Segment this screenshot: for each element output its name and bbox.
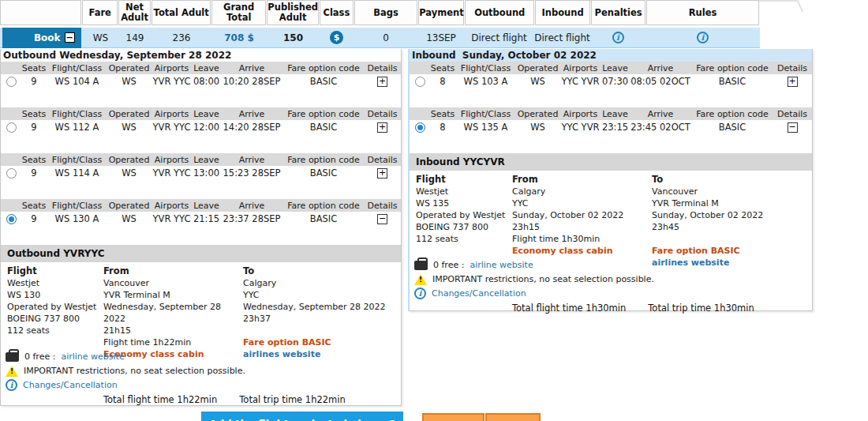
changes-row: i Changes/Cancellation xyxy=(1,378,401,393)
outbound-panel-title: Outbound Wednesday, September 28 2022 xyxy=(1,49,401,62)
airlines-website-link[interactable]: airlines website xyxy=(243,349,320,359)
collapse-row-icon[interactable]: − xyxy=(65,32,75,43)
operated-by: Operated by Westjet xyxy=(7,301,103,313)
col-flight-class: Flight/Class xyxy=(455,109,516,119)
rules-info-icon[interactable]: i xyxy=(697,32,709,43)
col-leave: Leave xyxy=(193,201,220,211)
airports-value: YVR YYC xyxy=(151,213,193,224)
header-cell-rules[interactable]: Rules xyxy=(646,0,759,25)
fare-option-value: BASIC xyxy=(283,167,364,179)
baggage-icon xyxy=(414,261,428,270)
changes-cancellation-link[interactable]: Changes/Cancellation xyxy=(432,288,526,299)
changes-cancellation-link[interactable]: Changes/Cancellation xyxy=(23,380,118,390)
operated-value: WS xyxy=(107,76,151,87)
header-cell-penalties[interactable]: Penalties xyxy=(591,0,645,25)
header-cell-published-adult[interactable]: Published Adult xyxy=(267,0,319,25)
outbound-option-2: Seats Flight/Class Operated Airports Lea… xyxy=(1,107,401,153)
inbound-totals: Total flight time 1h30min Total trip tim… xyxy=(512,301,812,314)
airline-name: Westjet xyxy=(7,277,103,289)
flight-time: Flight time 1h22min xyxy=(103,336,243,348)
detail-from-header: From xyxy=(103,265,243,277)
outbound-flight-detail: Flight Westjet WS 130 Operated by Westje… xyxy=(1,262,401,348)
col-arrive: Arrive xyxy=(629,109,692,119)
header-cell-fare[interactable]: Fare xyxy=(82,0,117,25)
changes-info-icon[interactable]: i xyxy=(414,288,426,299)
baggage-icon xyxy=(6,352,19,362)
details-toggle-button[interactable]: + xyxy=(377,77,387,87)
flight-time: Flight time 1h30min xyxy=(512,233,652,245)
add-to-basket-label: Add the flights selected above ? xyxy=(209,418,395,421)
aircraft-type: BOEING 737 800 xyxy=(416,221,512,233)
col-details: Details xyxy=(364,201,401,211)
orange-action-button-left[interactable] xyxy=(422,413,485,421)
from-city: Vancouver xyxy=(103,277,243,289)
fare-summary-row: Book − WS 149 236 708 $ 150 $ 0 13SEP Di… xyxy=(0,28,760,48)
select-flight-radio[interactable] xyxy=(6,122,17,133)
arrive-value: 23:45 02OCT xyxy=(629,122,692,133)
seats-value: 9 xyxy=(21,213,47,224)
select-flight-radio[interactable] xyxy=(6,77,17,87)
warning-text: IMPORTANT restrictions, no seat selectio… xyxy=(432,274,654,284)
seats-value: 9 xyxy=(21,167,47,179)
col-airports: Airports xyxy=(151,109,193,119)
col-details: Details xyxy=(364,109,401,119)
header-cell-net-adult[interactable]: Net Adult xyxy=(118,0,151,25)
fare-option-label: Fare option BASIC xyxy=(243,336,401,348)
header-cell-outbound[interactable]: Outbound xyxy=(465,0,534,25)
col-arrive: Arrive xyxy=(220,201,283,211)
from-time: 21h15 xyxy=(103,325,243,336)
payment-value: 13SEP xyxy=(418,28,464,47)
header-cell-class[interactable]: Class xyxy=(320,0,353,25)
details-toggle-button[interactable]: − xyxy=(788,122,798,133)
header-cell-grand-total[interactable]: Grand Total xyxy=(211,0,266,25)
from-city: Calgary xyxy=(512,186,652,197)
to-city: Calgary xyxy=(243,277,401,289)
outbound-option-3: Seats Flight/Class Operated Airports Lea… xyxy=(1,153,401,199)
col-seats: Seats xyxy=(430,109,455,119)
flight-columns-header: Seats Flight/Class Operated Airports Lea… xyxy=(1,62,401,74)
airline-website-link[interactable]: airline website xyxy=(61,351,124,362)
flight-class-value: WS 104 A xyxy=(47,76,107,87)
baggage-allowance: 0 free : xyxy=(24,351,55,362)
header-cell-payment[interactable]: Payment xyxy=(418,0,464,25)
book-button[interactable]: Book − xyxy=(2,28,81,48)
flight-columns-header: Seats Flight/Class Operated Airports Lea… xyxy=(1,199,401,212)
airlines-website-link[interactable]: airlines website xyxy=(652,257,729,268)
orange-action-button-right[interactable] xyxy=(485,413,541,421)
details-toggle-button[interactable]: + xyxy=(377,122,387,133)
net-adult-value: 149 xyxy=(118,28,152,47)
header-cell-total-adult[interactable]: Total Adult xyxy=(152,0,211,25)
select-flight-radio[interactable] xyxy=(6,168,17,179)
col-arrive: Arrive xyxy=(220,63,283,73)
to-time: 23h37 xyxy=(243,313,401,325)
col-flight-class: Flight/Class xyxy=(47,109,107,119)
baggage-allowance: 0 free : xyxy=(433,260,464,270)
details-toggle-button[interactable]: + xyxy=(788,77,798,87)
select-flight-radio[interactable] xyxy=(6,214,17,224)
col-operated: Operated xyxy=(107,155,151,165)
airports-value: YVR YYC xyxy=(151,122,193,133)
class-dollar-icon[interactable]: $ xyxy=(330,31,343,44)
header-cell-inbound[interactable]: Inbound xyxy=(535,0,590,25)
select-flight-radio[interactable] xyxy=(415,77,425,87)
add-to-basket-button[interactable]: Add the flights selected above ? xyxy=(201,412,403,421)
fare-option-value: BASIC xyxy=(692,122,773,133)
select-flight-radio[interactable] xyxy=(415,122,425,133)
warning-row: IMPORTANT restrictions, no seat selectio… xyxy=(410,273,812,286)
flight-columns-header: Seats Flight/Class Operated Airports Lea… xyxy=(1,153,401,166)
operated-value: WS xyxy=(107,167,151,179)
flight-option-row: 8 WS 103 A WS YYC YVR 07:30 08:05 02OCT … xyxy=(410,74,812,88)
inbound-section-title: Inbound YYCYVR xyxy=(410,153,812,171)
header-cell-bags[interactable]: Bags xyxy=(354,0,418,25)
details-toggle-button[interactable]: − xyxy=(377,214,387,224)
flight-class-value: WS 114 A xyxy=(47,167,107,179)
operated-value: WS xyxy=(107,213,151,224)
changes-info-icon[interactable]: i xyxy=(6,379,17,391)
penalties-info-icon[interactable]: i xyxy=(612,32,624,43)
seat-count: 112 seats xyxy=(7,325,103,336)
flight-option-row: 9 WS 104 A WS YVR YYC 08:00 10:20 28SEP … xyxy=(1,74,401,88)
col-seats: Seats xyxy=(21,155,47,165)
details-toggle-button[interactable]: + xyxy=(377,168,387,179)
fare-option-label: Fare option BASIC xyxy=(652,245,812,257)
airline-website-link[interactable]: airline website xyxy=(470,260,533,270)
